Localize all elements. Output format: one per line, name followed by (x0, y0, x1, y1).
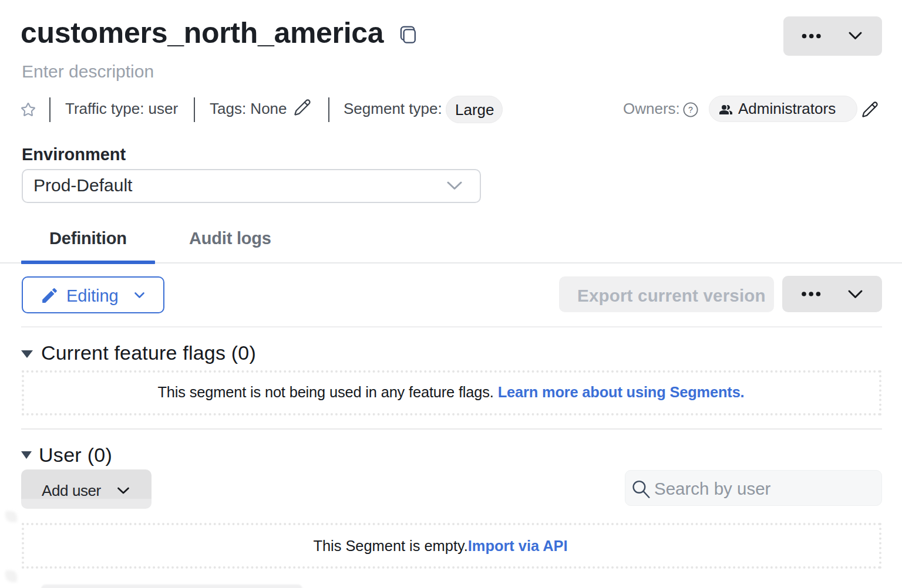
svg-text:?: ? (688, 105, 693, 114)
